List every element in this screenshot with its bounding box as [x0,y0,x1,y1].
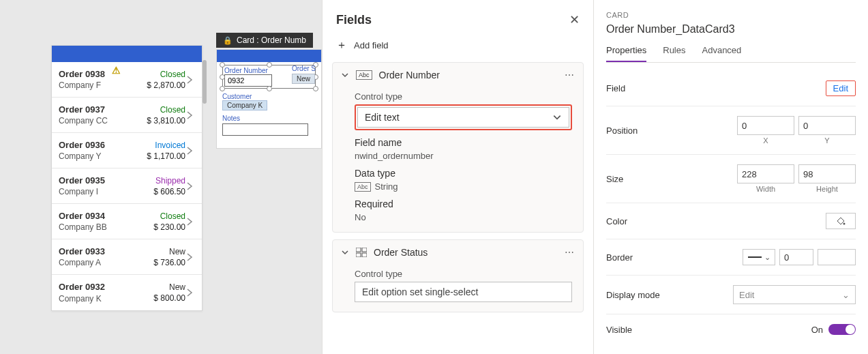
order-row[interactable]: Order 0932Company KNew$ 800.00 [52,275,202,310]
prop-field-label: Field [606,83,625,93]
edit-field-button[interactable]: Edit [826,80,856,96]
resize-handle[interactable] [220,74,225,80]
order-company: Company BB [59,222,138,232]
data-type-value: Abc String [355,181,572,192]
tab-advanced[interactable]: Advanced [702,45,742,62]
resize-handle[interactable] [267,62,272,68]
order-title: Order 0935 [59,175,138,186]
display-mode-select[interactable]: Edit ⌄ [733,285,856,304]
order-row-left: Order 0938Company F [59,69,138,91]
datatype-abc-icon: Abc [355,182,371,192]
position-y-sublabel: Y [798,136,856,145]
field-card-title: Order Status [374,247,428,258]
order-row[interactable]: Order 0934Company BBClosed$ 230.00 [52,204,202,239]
position-x-input[interactable]: 0 [737,116,794,135]
field-card-header[interactable]: Abc Order Number ⋯ [333,63,583,87]
field-card-title: Order Number [379,70,440,80]
lock-icon: 🔒 [223,36,233,45]
svg-rect-3 [362,253,367,257]
order-title: Order 0934 [59,211,138,222]
order-row-right: Closed$ 2,870.00 [138,70,185,90]
order-amount: $ 1,170.00 [138,151,185,161]
fields-pane-title: Fields [336,13,372,27]
prop-size-label: Size [606,174,623,184]
order-row-right: Closed$ 3,810.00 [138,105,185,126]
status-pill[interactable]: New [292,74,315,84]
form-card[interactable]: Order Number Order S New Customer Compan… [216,49,322,149]
order-amount: $ 800.00 [138,293,185,303]
order-row-right: Closed$ 230.00 [138,211,185,232]
add-field-button[interactable]: ＋ Add field [323,34,593,62]
field-card-header[interactable]: Order Status ⋯ [333,240,583,265]
required-label: Required [355,198,572,209]
order-number-input[interactable] [224,74,272,87]
field-label-customer: Customer [222,93,316,100]
notes-input[interactable] [222,123,308,136]
control-type-highlight: Edit text [355,104,572,130]
chevron-down-icon [341,248,349,256]
tab-properties[interactable]: Properties [606,45,646,62]
order-status: Shipped [138,176,185,186]
resize-handle[interactable] [313,86,318,91]
position-x-sublabel: X [737,136,794,145]
order-row[interactable]: ⚠Order 0938Company FClosed$ 2,870.00 [52,62,202,98]
customer-pill[interactable]: Company K [222,100,267,110]
order-title: Order 0933 [59,246,138,257]
order-row[interactable]: Order 0935Company IShipped$ 606.50 [52,168,202,204]
svg-rect-0 [356,248,361,252]
tab-rules[interactable]: Rules [663,45,685,62]
properties-overline: CARD [606,11,856,19]
data-type-label: Data type [355,168,572,179]
control-type-select[interactable]: Edit option set single-select [355,282,572,302]
resize-handle[interactable] [220,86,225,91]
card-selection-tag: 🔒 Card : Order Numb [216,33,313,48]
field-card-order-number: Abc Order Number ⋯ Control type Edit tex… [332,62,584,233]
order-row[interactable]: Order 0936Company YInvoiced$ 1,170.00 [52,133,202,168]
prop-display-mode-label: Display mode [606,290,660,300]
svg-point-4 [843,223,845,225]
chevron-right-icon [185,252,198,262]
order-row[interactable]: Order 0937Company CCClosed$ 3,810.00 [52,98,202,133]
order-company: Company I [59,187,138,196]
order-status: New [138,282,185,292]
more-icon[interactable]: ⋯ [565,70,575,80]
more-icon[interactable]: ⋯ [565,247,575,258]
position-y-input[interactable]: 0 [798,116,856,135]
resize-handle[interactable] [220,62,225,68]
close-icon[interactable]: ✕ [569,12,580,27]
field-card-order-status: Order Status ⋯ Control type Edit option … [332,239,584,312]
warning-icon: ⚠ [112,65,121,76]
order-row[interactable]: Order 0933Company ANew$ 736.00 [52,239,202,275]
datatype-abc-icon: Abc [356,70,372,80]
add-field-label: Add field [354,40,389,50]
visible-toggle[interactable] [828,324,856,335]
orders-gallery-scrollbar[interactable] [203,60,207,104]
svg-rect-1 [362,248,367,252]
size-width-sublabel: Width [737,185,794,193]
size-width-input[interactable]: 228 [737,164,794,183]
order-title: Order 0937 [59,104,138,115]
order-amount: $ 2,870.00 [138,80,185,90]
border-width-input[interactable]: 0 [779,249,813,265]
border-style-select[interactable]: ⌄ [743,249,775,265]
visible-on-label: On [811,325,823,335]
field-label-notes: Notes [222,115,316,122]
size-height-input[interactable]: 98 [798,164,856,183]
card-selection-tag-text: Card : Order Numb [237,35,306,45]
resize-handle[interactable] [267,86,272,91]
order-status: Closed [138,211,185,221]
order-company: Company CC [59,116,138,126]
orders-gallery[interactable]: ⚠Order 0938Company FClosed$ 2,870.00Orde… [51,45,203,311]
control-type-select[interactable]: Edit text [357,107,569,128]
order-row-right: New$ 800.00 [138,282,185,303]
chevron-right-icon [185,181,198,191]
field-group-customer: Customer Company K [222,93,316,110]
prop-position-label: Position [606,126,638,136]
size-height-sublabel: Height [798,185,856,193]
order-row-right: Shipped$ 606.50 [138,176,185,196]
border-color-picker[interactable] [818,249,856,265]
required-value: No [355,212,572,222]
color-picker[interactable] [826,213,856,229]
order-amount: $ 3,810.00 [138,116,185,126]
chevron-right-icon [185,75,198,85]
